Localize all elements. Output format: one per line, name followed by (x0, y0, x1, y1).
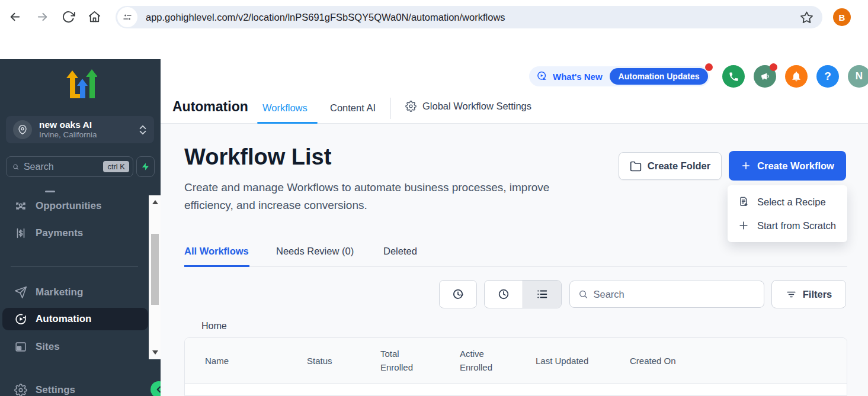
global-workflow-settings-link[interactable]: Global Workflow Settings (405, 101, 531, 112)
sidebar-item-settings[interactable]: Settings (14, 381, 75, 396)
column-header-total-enrolled[interactable]: Total Enrolled (380, 347, 428, 374)
column-header-name[interactable]: Name (205, 354, 307, 368)
back-icon[interactable] (8, 10, 22, 24)
filter-lines-icon (786, 289, 797, 300)
scroll-up-icon[interactable] (152, 200, 158, 204)
sidebar-item-opportunities[interactable]: Opportunities (14, 197, 101, 215)
user-avatar[interactable]: N (848, 65, 868, 88)
notifications-button[interactable] (785, 65, 808, 88)
tabs-bottom-border (184, 266, 847, 267)
workflow-search[interactable] (569, 281, 764, 308)
address-bar[interactable]: app.gohighlevel.com/v2/location/lnPS691g… (116, 6, 822, 28)
marketing-icon (14, 286, 27, 299)
breadcrumb-home[interactable]: Home (201, 321, 227, 331)
home-icon[interactable] (88, 10, 101, 24)
menu-item-start-from-scratch[interactable]: Start from Scratch (728, 214, 847, 237)
table-header-row: Name Status Total Enrolled Active Enroll… (185, 338, 847, 384)
recent-view-button[interactable] (485, 281, 523, 308)
announcements-alert-dot (770, 63, 777, 71)
list-view-button[interactable] (523, 281, 561, 308)
scrolled-item-partial (45, 191, 55, 192)
workflow-search-input[interactable] (593, 289, 755, 300)
shortcut-chip: ctrl K (103, 161, 129, 172)
menu-item-label: Start from Scratch (757, 220, 836, 231)
bookmarks-bar: All Bookmarks (0, 33, 868, 59)
browser-toolbar: app.gohighlevel.com/v2/location/lnPS691g… (0, 0, 868, 33)
scroll-down-icon[interactable] (152, 350, 158, 355)
url-text[interactable]: app.gohighlevel.com/v2/location/lnPS691g… (146, 12, 800, 23)
sidebar-item-label: Settings (36, 384, 75, 396)
sidebar-search[interactable]: ctrl K (6, 156, 133, 177)
scrollbar-thumb[interactable] (151, 234, 159, 305)
tab-all-workflows[interactable]: All Workflows (184, 246, 249, 257)
menu-item-select-recipe[interactable]: Select a Recipe (728, 190, 847, 214)
tab-content-ai[interactable]: Content AI (330, 102, 376, 114)
table-row (185, 384, 847, 396)
phone-button[interactable] (722, 65, 745, 88)
payments-icon (14, 227, 27, 240)
create-workflow-button[interactable]: Create Workflow (729, 151, 846, 181)
column-header-active-enrolled[interactable]: Active Enrolled (460, 347, 507, 374)
filters-label: Filters (803, 289, 832, 300)
account-location: Irvine, California (39, 130, 139, 140)
create-folder-label: Create Folder (648, 160, 710, 172)
enrollment-history-button[interactable] (439, 280, 477, 308)
create-workflow-label: Create Workflow (757, 160, 834, 172)
global-workflow-settings-label: Global Workflow Settings (422, 101, 531, 112)
column-header-created-on[interactable]: Created On (630, 354, 676, 368)
sidebar-divider (11, 266, 138, 267)
site-info-icon[interactable] (117, 7, 137, 27)
list-icon (536, 288, 549, 301)
plus-icon (741, 160, 751, 171)
create-workflow-dropdown: Select a Recipe Start from Scratch (728, 185, 847, 242)
column-header-status[interactable]: Status (307, 354, 380, 368)
automation-icon (14, 313, 27, 326)
filters-button[interactable]: Filters (771, 280, 846, 308)
tab-workflows[interactable]: Workflows (262, 102, 308, 114)
account-name: new oaks AI (39, 120, 139, 130)
history-clock-icon (451, 288, 465, 301)
whats-new-icon (536, 70, 548, 82)
forward-icon[interactable] (36, 10, 49, 24)
bolt-icon (141, 162, 150, 171)
browser-profile-avatar[interactable]: B (833, 8, 851, 26)
sidebar-item-label: Opportunities (36, 200, 101, 212)
refresh-icon[interactable] (62, 10, 75, 24)
sidebar-item-marketing[interactable]: Marketing (14, 283, 83, 302)
folder-icon (630, 160, 642, 172)
gohighlevel-logo (64, 67, 97, 101)
create-folder-button[interactable]: Create Folder (619, 152, 722, 180)
sidebar-scrollbar[interactable] (149, 195, 161, 359)
account-switcher[interactable]: new oaks AI Irvine, California (6, 116, 154, 143)
workflow-list-page: Workflow List Create and manage Workflow… (161, 124, 868, 396)
clock-icon (497, 288, 510, 301)
tab-needs-review[interactable]: Needs Review (0) (276, 246, 354, 257)
search-icon (12, 162, 19, 172)
sidebar-item-sites[interactable]: Sites (14, 337, 60, 356)
phone-icon (728, 71, 739, 82)
sidebar-search-input[interactable] (24, 162, 103, 172)
whats-new-alert-dot (705, 63, 713, 71)
sidebar-item-label: Automation (36, 313, 91, 325)
bell-icon (790, 70, 802, 82)
sites-icon (14, 340, 27, 353)
page-title: Automation (172, 99, 248, 115)
menu-item-label: Select a Recipe (757, 197, 826, 208)
whats-new-pill[interactable]: What's New Automation Updates (529, 66, 710, 86)
sidebar-item-automation[interactable]: Automation (2, 308, 148, 330)
quick-actions-button[interactable] (136, 156, 155, 177)
avatar-initial: N (856, 70, 863, 82)
automation-updates-badge[interactable]: Automation Updates (610, 68, 709, 85)
announcements-button[interactable] (754, 65, 776, 88)
bookmark-star-icon[interactable] (800, 11, 813, 24)
section-description: Create and manage Workflows to automate … (184, 179, 599, 214)
sidebar-item-label: Marketing (36, 286, 83, 298)
recipe-icon (738, 196, 750, 208)
help-button[interactable]: ? (816, 65, 839, 88)
column-header-last-updated[interactable]: Last Updated (536, 354, 630, 368)
account-chevrons-icon (139, 125, 147, 135)
sidebar: new oaks AI Irvine, California ctrl K Op… (0, 59, 161, 396)
sidebar-item-payments[interactable]: Payments (14, 224, 83, 243)
tab-deleted[interactable]: Deleted (383, 246, 417, 257)
whats-new-label: What's New (553, 72, 603, 82)
